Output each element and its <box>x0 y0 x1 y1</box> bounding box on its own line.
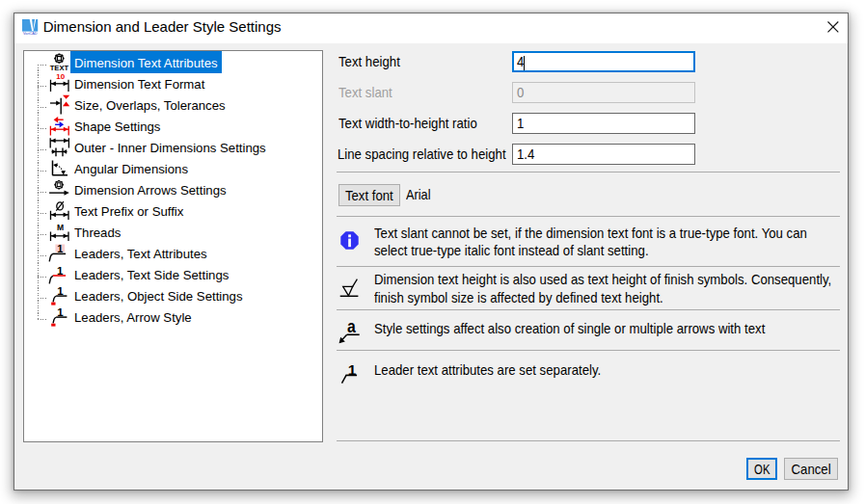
svg-text:10: 10 <box>56 73 65 82</box>
svg-text:1: 1 <box>57 243 63 254</box>
svg-text:1: 1 <box>57 264 64 277</box>
svg-text:a: a <box>347 317 356 336</box>
svg-text:VariCAD: VariCAD <box>23 32 38 36</box>
svg-text:TEXT: TEXT <box>50 65 69 71</box>
svg-text:1: 1 <box>57 305 64 318</box>
svg-text:M: M <box>57 224 64 233</box>
svg-text:1: 1 <box>57 284 64 297</box>
